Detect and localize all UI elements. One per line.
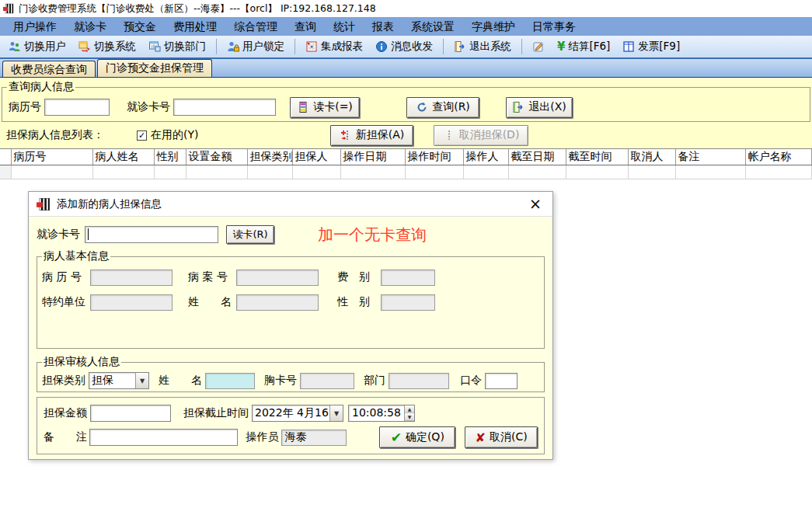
query-patient-group: 查询病人信息 病历号 就诊卡号 读卡(=) xyxy=(2,80,810,122)
grid-cell xyxy=(186,165,247,179)
switch-user-button[interactable]: 切换用户 xyxy=(3,37,71,56)
menu-query[interactable]: 查询 xyxy=(286,17,325,36)
col-op-date[interactable]: 操作日期 xyxy=(340,149,405,165)
dialog-app-icon xyxy=(37,197,51,211)
chevron-down-icon: ▼ xyxy=(329,405,343,421)
exit-button[interactable]: 退出(X) xyxy=(506,97,573,118)
menu-fee-process[interactable]: 费用处理 xyxy=(165,17,225,36)
cancel-button[interactable]: ✘ 取消(C) xyxy=(465,426,538,448)
invoice-button[interactable]: 发票[F9] xyxy=(617,37,685,56)
invoice-icon xyxy=(622,40,635,53)
remark-input[interactable] xyxy=(89,429,239,446)
switch-system-button[interactable]: 切换系统 xyxy=(73,37,141,56)
grid-cell xyxy=(247,165,292,179)
exit-system-button[interactable]: 退出系统 xyxy=(448,37,517,56)
card-no-input[interactable] xyxy=(173,99,276,116)
guarantee-list-label: 担保病人信息列表： xyxy=(6,128,104,142)
search-button[interactable]: 查询(R) xyxy=(406,97,479,118)
gender-field[interactable] xyxy=(381,294,435,311)
toolbar-separator xyxy=(216,39,217,54)
settle-button[interactable]: ¥ 结算[F6] xyxy=(552,37,615,56)
switch-system-icon xyxy=(78,40,91,53)
spin-up-icon[interactable]: ▲ xyxy=(405,405,414,413)
title-bar: 门诊收费管理系统【门诊收费处（新区）--海泰】---【orcl】 IP:192.… xyxy=(0,0,812,17)
menu-reports[interactable]: 报表 xyxy=(364,17,403,36)
tab-prepay-guarantee[interactable]: 门诊预交金担保管理 xyxy=(97,59,212,77)
yen-icon: ¥ xyxy=(557,40,565,54)
menu-admin[interactable]: 综合管理 xyxy=(225,17,286,36)
col-canceller[interactable]: 取消人 xyxy=(628,149,675,165)
tab-cashier-query[interactable]: 收费员综合查询 xyxy=(2,61,96,77)
col-operator[interactable]: 操作人 xyxy=(463,149,508,165)
user-lock-button[interactable]: 用户锁定 xyxy=(221,37,290,56)
grid-cell xyxy=(675,165,745,179)
col-patient-name[interactable]: 病人姓名 xyxy=(92,149,154,165)
deadline-time-spinner[interactable]: 10:08:58 ▲ ▼ xyxy=(348,405,415,422)
col-remark[interactable]: 备注 xyxy=(675,149,745,165)
badge-no-field[interactable] xyxy=(300,373,354,389)
col-until-time[interactable]: 截至时间 xyxy=(566,149,628,165)
message-button[interactable]: 消息收发 xyxy=(370,37,438,56)
col-gender[interactable]: 性别 xyxy=(154,149,186,165)
col-guarantee-type[interactable]: 担保类别 xyxy=(247,149,292,165)
app-window: 门诊收费管理系统【门诊收费处（新区）--海泰】---【orcl】 IP:192.… xyxy=(0,0,812,515)
grid-selector-header xyxy=(0,149,11,165)
menu-stats[interactable]: 统计 xyxy=(325,17,364,36)
checkbox-check-icon: ✓ xyxy=(137,130,147,141)
guarantor-name-field[interactable] xyxy=(205,373,255,389)
col-guarantor[interactable]: 担保人 xyxy=(292,149,340,165)
add-guarantee-dialog: 添加新的病人担保信息 × 就诊卡号 读卡(R) 加一个无卡查询 病人基本信息 病… xyxy=(28,191,553,460)
patient-mrn-field[interactable] xyxy=(90,270,173,286)
gender-label: 性 别 xyxy=(337,295,381,309)
operator-label: 操作员 xyxy=(246,430,278,444)
menu-prepay[interactable]: 预交金 xyxy=(115,17,165,36)
new-guarantee-button[interactable]: 新担保(A) xyxy=(330,125,413,146)
col-amount[interactable]: 设置金额 xyxy=(186,149,247,165)
grid-cell xyxy=(745,165,812,179)
deadline-date-picker[interactable]: 2022年 4月16日 ▼ xyxy=(252,405,343,422)
query-group-legend: 查询病人信息 xyxy=(7,80,75,94)
fee-type-field[interactable] xyxy=(381,270,435,286)
ok-button[interactable]: ✔ 确定(Q) xyxy=(379,426,455,448)
grid-cell xyxy=(628,165,675,179)
report-icon xyxy=(305,40,318,53)
patient-name-field[interactable] xyxy=(236,294,319,311)
contract-unit-field[interactable] xyxy=(90,294,173,311)
dialog-close-icon[interactable]: × xyxy=(526,197,545,211)
menu-dict-maint[interactable]: 字典维护 xyxy=(463,17,524,36)
guarantee-type-combo[interactable]: 担保 ▼ xyxy=(89,372,149,389)
switch-dept-button[interactable]: 切换部门 xyxy=(143,37,211,56)
menu-user-ops[interactable]: 用户操作 xyxy=(5,17,65,36)
menu-sys-settings[interactable]: 系统设置 xyxy=(403,17,463,36)
text-caret xyxy=(88,228,89,240)
spin-down-icon[interactable]: ▼ xyxy=(405,413,414,421)
dept-field[interactable] xyxy=(389,373,449,389)
dialog-read-card-button[interactable]: 读卡(R) xyxy=(226,225,274,244)
mrn-label: 病历号 xyxy=(9,100,41,114)
chevron-down-icon: ▼ xyxy=(135,373,148,388)
cancel-guarantee-button[interactable]: 取消担保(D) xyxy=(434,125,528,146)
remark-label: 备 注 xyxy=(44,430,89,444)
active-filter-checkbox[interactable]: ✓ 在用的(Y) xyxy=(137,128,198,142)
password-field[interactable] xyxy=(485,373,518,389)
col-mrn[interactable]: 病历号 xyxy=(11,149,92,165)
app-icon xyxy=(3,3,14,14)
col-op-time[interactable]: 操作时间 xyxy=(405,149,463,165)
col-account-name[interactable]: 帐户名称 xyxy=(745,149,812,165)
read-card-button[interactable]: 读卡(=) xyxy=(290,97,360,118)
amount-input[interactable] xyxy=(90,405,171,422)
case-no-field[interactable] xyxy=(236,270,319,286)
edit-button[interactable] xyxy=(527,38,550,55)
card-reader-icon xyxy=(297,101,309,113)
menu-visit-card[interactable]: 就诊卡 xyxy=(65,17,115,36)
col-until-date[interactable]: 截至日期 xyxy=(508,149,566,165)
guarantee-list-bar: 担保病人信息列表： ✓ 在用的(Y) 新担保(A) 取消担保(D) xyxy=(0,122,812,148)
mrn-input[interactable] xyxy=(44,99,110,116)
menu-daily-affairs[interactable]: 日常事务 xyxy=(524,17,584,36)
new-guarantee-icon xyxy=(340,129,352,141)
grid-cell xyxy=(508,165,566,179)
guarantor-name-label: 姓 名 xyxy=(159,374,202,388)
integrated-report-button[interactable]: 集成报表 xyxy=(300,37,368,56)
dialog-card-input[interactable] xyxy=(85,226,218,243)
operator-field[interactable] xyxy=(281,430,347,446)
